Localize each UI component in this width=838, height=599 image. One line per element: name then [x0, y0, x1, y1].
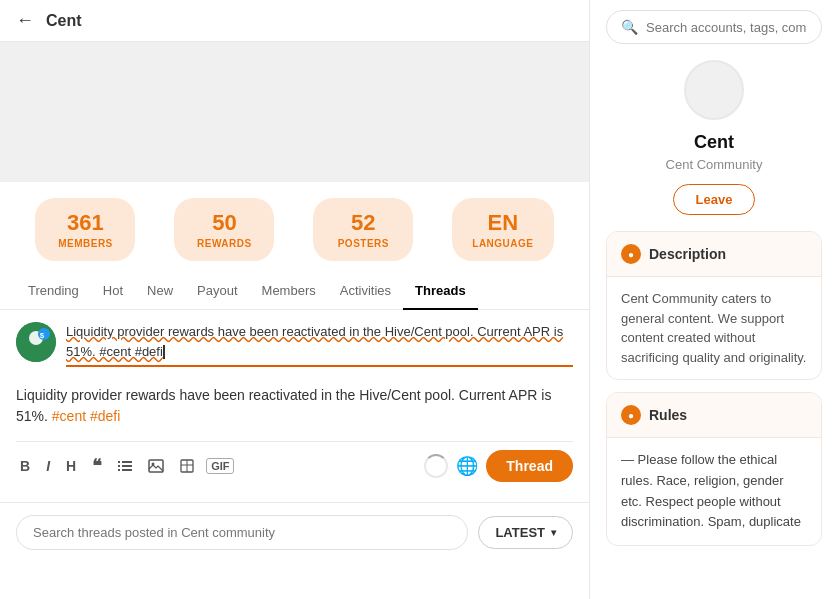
community-card: Cent Cent Community Leave [606, 60, 822, 231]
gif-button[interactable]: GIF [206, 458, 234, 474]
tab-hot[interactable]: Hot [91, 273, 135, 310]
latest-button[interactable]: LATEST ▾ [478, 516, 573, 549]
stat-members: 361 MEMBERS [35, 198, 135, 261]
search-bar: 🔍 [606, 10, 822, 44]
tab-members[interactable]: Members [250, 273, 328, 310]
members-value: 361 [55, 210, 115, 236]
svg-rect-5 [122, 465, 132, 467]
header: ← Cent [0, 0, 589, 42]
svg-text:$: $ [40, 331, 45, 340]
rules-title: Rules [649, 407, 687, 423]
nav-tabs: Trending Hot New Payout Members Activiti… [0, 273, 589, 310]
quote-button[interactable]: ❝ [88, 453, 106, 479]
community-avatar [684, 60, 744, 120]
description-icon: ● [621, 244, 641, 264]
search-input[interactable] [646, 20, 807, 35]
svg-rect-4 [122, 461, 132, 463]
post-input-area[interactable]: Liquidity provider rewards have been rea… [66, 322, 573, 367]
svg-rect-9 [118, 469, 120, 471]
tab-payout[interactable]: Payout [185, 273, 249, 310]
posters-value: 52 [333, 210, 393, 236]
svg-rect-6 [122, 469, 132, 471]
description-body: Cent Community caters to general content… [607, 277, 821, 379]
stats-row: 361 MEMBERS 50 REWARDS 52 POSTERS EN LAN… [0, 182, 589, 273]
post-preview: Liquidity provider rewards have been rea… [16, 377, 573, 435]
stat-posters: 52 POSTERS [313, 198, 413, 261]
italic-button[interactable]: I [42, 456, 54, 476]
description-section: ● Description Cent Community caters to g… [606, 231, 822, 380]
left-panel: ← Cent 361 MEMBERS 50 REWARDS 52 POSTERS… [0, 0, 590, 599]
globe-button[interactable]: 🌐 [456, 455, 478, 477]
search-icon: 🔍 [621, 19, 638, 35]
right-panel: 🔍 Cent Cent Community Leave ● Descriptio… [590, 0, 838, 599]
stat-rewards: 50 REWARDS [174, 198, 274, 261]
post-header: $ Liquidity provider rewards have been r… [16, 322, 573, 367]
post-area: $ Liquidity provider rewards have been r… [0, 310, 589, 503]
stat-language: EN LANGUAGE [452, 198, 553, 261]
table-button[interactable] [176, 457, 198, 475]
language-label: LANGUAGE [472, 238, 533, 249]
image-button[interactable] [144, 457, 168, 475]
language-value: EN [472, 210, 533, 236]
rewards-label: REWARDS [194, 238, 254, 249]
svg-rect-7 [118, 461, 120, 463]
bold-button[interactable]: B [16, 456, 34, 476]
community-name: Cent [606, 132, 822, 153]
editor-toolbar: B I H ❝ GIF 🌐 Thread [16, 441, 573, 490]
post-text-input[interactable]: Liquidity provider rewards have been rea… [66, 322, 573, 367]
svg-rect-10 [149, 460, 163, 472]
chevron-down-icon: ▾ [551, 527, 556, 538]
user-avatar: $ [16, 322, 56, 362]
hashtag-cent[interactable]: #cent [52, 408, 86, 424]
svg-rect-8 [118, 465, 120, 467]
rules-header: ● Rules [607, 393, 821, 438]
thread-button[interactable]: Thread [486, 450, 573, 482]
tab-threads[interactable]: Threads [403, 273, 478, 310]
description-title: Description [649, 246, 726, 262]
list-button[interactable] [114, 458, 136, 474]
members-label: MEMBERS [55, 238, 115, 249]
page-title: Cent [46, 12, 82, 30]
back-button[interactable]: ← [16, 10, 34, 31]
description-header: ● Description [607, 232, 821, 277]
tab-trending[interactable]: Trending [16, 273, 91, 310]
search-threads-input[interactable] [16, 515, 468, 550]
rules-section: ● Rules — Please follow the ethical rule… [606, 392, 822, 546]
posters-label: POSTERS [333, 238, 393, 249]
rules-icon: ● [621, 405, 641, 425]
community-subtitle: Cent Community [606, 157, 822, 172]
community-banner [0, 42, 589, 182]
leave-button[interactable]: Leave [673, 184, 756, 215]
rewards-value: 50 [194, 210, 254, 236]
tab-activities[interactable]: Activities [328, 273, 403, 310]
heading-button[interactable]: H [62, 456, 80, 476]
tab-new[interactable]: New [135, 273, 185, 310]
hashtag-defi[interactable]: #defi [90, 408, 120, 424]
search-threads-row: LATEST ▾ [0, 503, 589, 562]
rules-body: — Please follow the ethical rules. Race,… [607, 438, 821, 545]
loading-spinner [424, 454, 448, 478]
